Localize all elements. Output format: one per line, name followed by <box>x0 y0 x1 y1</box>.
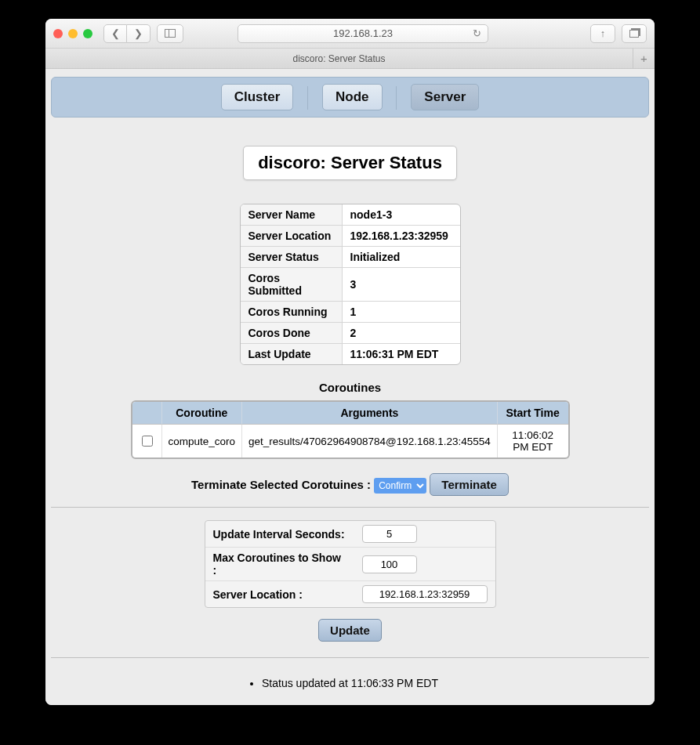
settings-input[interactable] <box>362 525 417 543</box>
tabs-overview-button[interactable] <box>622 24 647 43</box>
terminate-label: Terminate Selected Corotuines : <box>191 478 371 491</box>
coro-column-header: Arguments <box>242 402 498 425</box>
address-bar-container: 192.168.1.23 ↻ <box>238 24 488 43</box>
new-tab-button[interactable]: + <box>633 49 655 69</box>
status-row: Coros Running1 <box>241 302 460 323</box>
nav-cluster[interactable]: Cluster <box>221 84 294 110</box>
coro-start-time: 11:06:02 PM EDT <box>498 425 568 457</box>
reload-icon[interactable]: ↻ <box>473 27 481 39</box>
settings-label: Server Location : <box>205 581 354 607</box>
coro-name: compute_coro <box>162 425 243 457</box>
coro-column-header <box>132 402 162 425</box>
address-text: 192.168.1.23 <box>333 27 393 39</box>
divider <box>51 507 649 508</box>
status-message: Status updated at 11:06:33 PM EDT <box>262 677 438 689</box>
terminate-button[interactable]: Terminate <box>430 473 509 496</box>
tab-bar: discoro: Server Status + <box>45 49 655 69</box>
share-button[interactable]: ↑ <box>590 24 615 43</box>
terminate-row: Terminate Selected Corotuines : Confirm … <box>51 473 649 496</box>
status-row: Coros Done2 <box>241 323 460 344</box>
page-content: Cluster Node Server discoro: Server Stat… <box>45 69 655 705</box>
status-key: Coros Submitted <box>241 268 343 302</box>
status-value: Initialized <box>343 247 460 268</box>
tab-active[interactable]: discoro: Server Status <box>45 49 633 69</box>
divider <box>51 657 649 658</box>
status-message-list: Status updated at 11:06:33 PM EDT <box>262 677 438 689</box>
status-row: Server Location192.168.1.23:32959 <box>241 226 460 247</box>
back-button[interactable]: ❮ <box>103 24 127 43</box>
status-key: Coros Done <box>241 323 343 344</box>
close-window-icon[interactable] <box>53 29 63 38</box>
browser-window: ❮ ❯ 192.168.1.23 ↻ ↑ discoro: Server Sta… <box>45 19 655 705</box>
settings-row: Server Location : <box>205 581 495 607</box>
zoom-window-icon[interactable] <box>83 29 92 38</box>
tab-label: discoro: Server Status <box>292 53 385 64</box>
page-title: discoro: Server Status <box>243 146 457 180</box>
settings-label: Update Interval Seconds: <box>205 521 354 548</box>
window-controls <box>53 29 92 38</box>
forward-button[interactable]: ❯ <box>127 24 151 43</box>
minimize-window-icon[interactable] <box>68 29 78 38</box>
status-value: 192.168.1.23:32959 <box>343 226 460 247</box>
status-row: Server StatusInitialized <box>241 247 460 268</box>
status-row: Coros Submitted3 <box>241 268 460 302</box>
coro-column-header: Start Time <box>498 402 568 425</box>
status-value: 11:06:31 PM EDT <box>343 344 460 364</box>
settings-row: Update Interval Seconds: <box>205 521 495 548</box>
coro-select-checkbox[interactable] <box>142 436 153 447</box>
coro-column-header: Coroutine <box>162 402 243 425</box>
coro-args: get_results/47062964908784@192.168.1.23:… <box>242 425 498 457</box>
status-value: 2 <box>343 323 460 344</box>
status-row: Server Namenode1-3 <box>241 204 460 226</box>
nav-node[interactable]: Node <box>322 84 383 110</box>
settings-row: Max Coroutines to Show : <box>205 548 495 581</box>
status-row: Last Update11:06:31 PM EDT <box>241 344 460 364</box>
nav-separator <box>307 86 308 110</box>
update-button[interactable]: Update <box>318 619 382 642</box>
status-key: Server Name <box>241 204 343 226</box>
view-selector: Cluster Node Server <box>51 77 649 118</box>
settings-table: Update Interval Seconds:Max Coroutines t… <box>205 520 496 608</box>
coroutines-table: CoroutineArgumentsStart Timecompute_coro… <box>131 400 570 459</box>
status-key: Server Location <box>241 226 343 247</box>
status-value: 3 <box>343 268 460 302</box>
address-bar[interactable]: 192.168.1.23 ↻ <box>238 24 488 43</box>
share-icon: ↑ <box>600 27 606 39</box>
server-status-table: Server Namenode1-3Server Location192.168… <box>240 204 461 365</box>
settings-input[interactable] <box>362 555 417 573</box>
status-key: Coros Running <box>241 302 343 323</box>
settings-label: Max Coroutines to Show : <box>205 548 354 581</box>
status-value: node1-3 <box>343 204 460 226</box>
nav-back-forward: ❮ ❯ <box>103 24 151 43</box>
status-key: Server Status <box>241 247 343 268</box>
table-row: compute_coroget_results/47062964908784@1… <box>132 425 568 457</box>
nav-separator <box>396 86 397 110</box>
nav-server[interactable]: Server <box>411 84 479 110</box>
sidebar-toggle-button[interactable] <box>157 24 183 43</box>
status-value: 1 <box>343 302 460 323</box>
sidebar-icon <box>165 29 176 38</box>
coroutines-header: Coroutines <box>51 381 649 394</box>
settings-input[interactable] <box>362 585 488 603</box>
titlebar: ❮ ❯ 192.168.1.23 ↻ ↑ <box>45 19 655 49</box>
status-key: Last Update <box>241 344 343 364</box>
terminate-confirm-select[interactable]: Confirm <box>374 478 426 494</box>
tabs-icon <box>629 30 639 38</box>
